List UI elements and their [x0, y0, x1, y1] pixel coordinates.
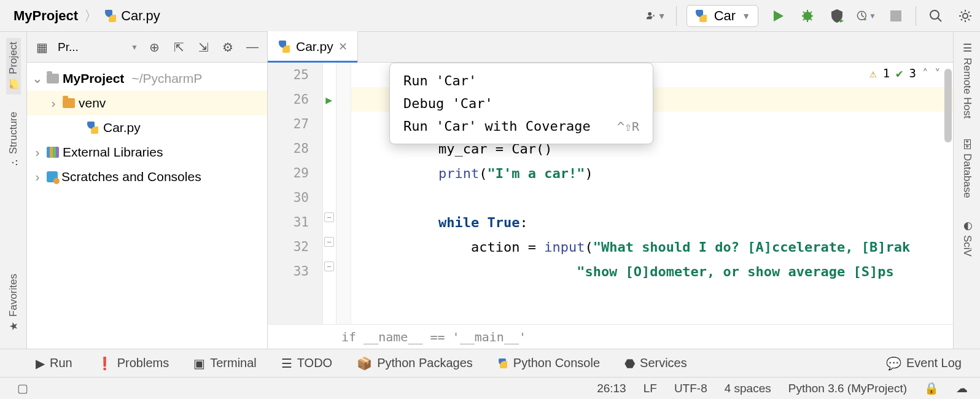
svg-point-3: [930, 10, 939, 19]
chevron-down-icon[interactable]: ˅: [935, 66, 941, 80]
line-gutter[interactable]: 25 26 27 28 29 30 31 32 33: [268, 63, 323, 324]
bottom-toolbar: ▶Run ❗Problems ▣Terminal ☰TODO 📦Python P…: [0, 349, 980, 377]
scratch-icon: [47, 171, 58, 182]
python-console-tool[interactable]: Python Console: [497, 356, 600, 370]
folder-icon: [47, 74, 59, 83]
status-bar-left-icon[interactable]: ▢: [17, 381, 28, 395]
shortcut-hint: ^⇧R: [617, 119, 639, 134]
profile-button[interactable]: ▼: [857, 6, 876, 26]
editor-tabs: Car.py ✕: [268, 32, 953, 63]
project-tree[interactable]: ⌄ MyProject ~/PycharmP › venv Car.py: [27, 63, 267, 193]
expand-all-icon[interactable]: ⇱: [170, 39, 187, 56]
search-icon[interactable]: [926, 6, 946, 26]
status-bar: ▢ 26:13 LF UTF-8 4 spaces Python 3.6 (My…: [0, 377, 980, 399]
user-icon[interactable]: ▼: [647, 6, 666, 26]
collapse-all-icon[interactable]: ⇲: [195, 39, 212, 56]
menu-debug[interactable]: Debug 'Car': [390, 92, 653, 115]
tree-external-libraries[interactable]: › External Libraries: [27, 140, 267, 165]
left-tool-strip: 📁Project ⛬Structure ★Favorites: [0, 32, 27, 349]
chevron-right-icon: 〉: [82, 7, 100, 25]
tree-scratches[interactable]: › Scratches and Consoles: [27, 165, 267, 189]
warning-icon: ⚠: [869, 66, 876, 80]
todo-tool[interactable]: ☰TODO: [281, 356, 332, 371]
run-tool[interactable]: ▶Run: [36, 356, 72, 371]
run-context-menu[interactable]: Run 'Car' Debug 'Car' Run 'Car' with Cov…: [389, 63, 653, 144]
library-icon: [47, 147, 59, 158]
python-file-icon: [86, 121, 99, 134]
hide-panel-icon[interactable]: —: [244, 39, 261, 56]
menu-coverage[interactable]: Run 'Car' with Coverage ^⇧R: [390, 115, 653, 138]
code-text[interactable]: ⚠1 ✔3 ˄ ˅ : my_car = Car() print("I'm a …: [336, 63, 953, 324]
navigation-bar: MyProject 〉 Car.py ▼ Car ▼: [0, 0, 980, 32]
editor-tab-label: Car.py: [296, 39, 333, 54]
ide-status-icon[interactable]: ☁: [956, 381, 968, 395]
stop-button[interactable]: [886, 6, 906, 26]
tree-root[interactable]: ⌄ MyProject ~/PycharmP: [27, 66, 267, 91]
fold-marker[interactable]: −: [324, 237, 334, 247]
code-area[interactable]: 25 26 27 28 29 30 31 32 33 − − −: [268, 63, 953, 324]
python-file-icon: [278, 40, 291, 53]
locate-icon[interactable]: ⊕: [146, 39, 163, 56]
scrollbar-thumb[interactable]: [944, 69, 952, 142]
tree-venv[interactable]: › venv: [27, 91, 267, 115]
database-tab[interactable]: 🗄Database: [960, 136, 974, 202]
menu-run[interactable]: Run 'Car': [390, 69, 653, 92]
editor-breadcrumb[interactable]: if __name__ == '__main__': [268, 324, 953, 349]
line-separator[interactable]: LF: [644, 382, 657, 395]
folder-icon: [63, 98, 75, 108]
problems-tool[interactable]: ❗Problems: [97, 356, 169, 371]
breadcrumb-project[interactable]: MyProject: [14, 8, 78, 24]
debug-button[interactable]: [798, 6, 817, 26]
sciview-tab[interactable]: ◐SciV: [960, 215, 974, 260]
close-icon[interactable]: ✕: [338, 40, 348, 53]
lock-icon[interactable]: 🔒: [924, 381, 939, 395]
python-icon: [694, 9, 708, 23]
project-panel-title[interactable]: Pr...: [58, 41, 123, 54]
right-tool-strip: ☰Remote Host 🗄Database ◐SciV: [953, 32, 980, 349]
project-view-icon[interactable]: ▦: [33, 39, 50, 56]
editor-tab-car[interactable]: Car.py ✕: [268, 31, 358, 62]
panel-gear-icon[interactable]: ⚙: [219, 39, 236, 56]
encoding[interactable]: UTF-8: [674, 382, 707, 395]
run-button[interactable]: [768, 6, 788, 26]
run-config-name: Car: [714, 8, 736, 24]
indent[interactable]: 4 spaces: [725, 382, 771, 395]
terminal-tool[interactable]: ▣Terminal: [193, 356, 257, 371]
svg-rect-2: [890, 10, 901, 21]
remote-host-tab[interactable]: ☰Remote Host: [960, 38, 974, 122]
project-tool-tab[interactable]: 📁Project: [6, 38, 21, 95]
editor: Car.py ✕ 25 26 27 28 29 30 31 32 33: [268, 32, 953, 349]
interpreter[interactable]: Python 3.6 (MyProject): [788, 382, 907, 395]
gear-icon[interactable]: [955, 6, 975, 26]
cursor-position[interactable]: 26:13: [597, 382, 626, 395]
project-panel: ▦ Pr... ▼ ⊕ ⇱ ⇲ ⚙ — ⌄ MyProject ~/Pychar…: [27, 32, 268, 349]
structure-tool-tab[interactable]: ⛬Structure: [6, 108, 21, 172]
chevron-up-icon[interactable]: ˄: [922, 66, 928, 80]
breadcrumb[interactable]: MyProject 〉 Car.py: [5, 7, 160, 25]
services-tool[interactable]: ⬣Services: [624, 356, 687, 371]
svg-point-4: [963, 14, 968, 18]
breadcrumb-file[interactable]: Car.py: [121, 8, 160, 24]
python-file-icon: [104, 9, 117, 23]
fold-gutter[interactable]: − − −: [323, 63, 336, 324]
tree-file-car[interactable]: Car.py: [27, 115, 267, 140]
fold-marker[interactable]: −: [324, 212, 334, 222]
run-config-selector[interactable]: Car ▼: [686, 5, 758, 27]
favorites-tool-tab[interactable]: ★Favorites: [6, 270, 21, 336]
fold-marker[interactable]: −: [324, 261, 334, 271]
svg-point-0: [803, 12, 812, 20]
inspection-widget[interactable]: ⚠1 ✔3 ˄ ˅: [869, 66, 941, 80]
coverage-button[interactable]: [827, 6, 847, 26]
chevron-down-icon: ▼: [742, 11, 750, 21]
check-icon: ✔: [896, 66, 903, 80]
event-log-tool[interactable]: 💬Event Log: [886, 356, 962, 371]
project-toolbar: ▦ Pr... ▼ ⊕ ⇱ ⇲ ⚙ —: [27, 32, 267, 63]
python-packages-tool[interactable]: 📦Python Packages: [357, 356, 473, 371]
